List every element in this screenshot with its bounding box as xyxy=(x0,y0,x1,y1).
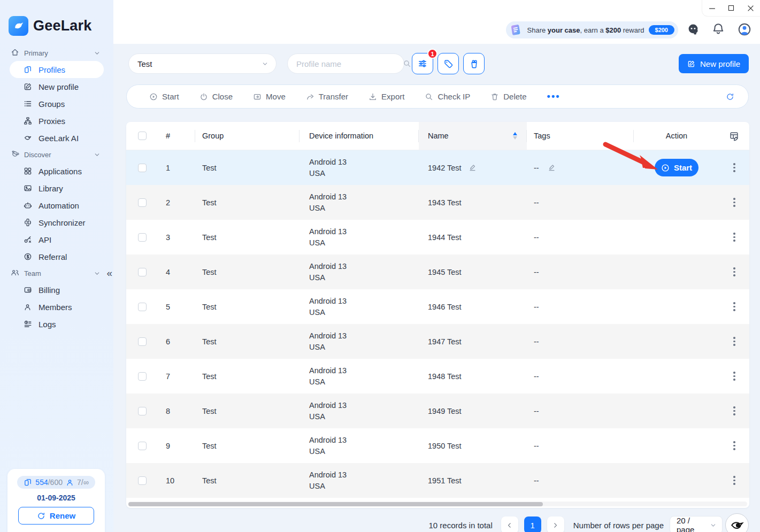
sidebar-item-synchronizer[interactable]: Synchronizer xyxy=(10,214,108,231)
table-row[interactable]: 3 Test Android 13 USA 1944 Test -- Start xyxy=(126,220,749,255)
table-row[interactable]: 2 Test Android 13 USA 1943 Test -- Start xyxy=(126,185,749,220)
row-checkbox[interactable] xyxy=(138,476,147,485)
sidebar-item-label: Proxies xyxy=(39,117,65,126)
row-menu-cell xyxy=(719,335,749,348)
edit-tags-icon[interactable] xyxy=(548,164,556,172)
sidebar-item-billing[interactable]: Billing xyxy=(10,281,108,298)
search-input[interactable] xyxy=(296,59,403,68)
bulk-delete-button[interactable]: Delete xyxy=(490,92,526,101)
bulk-start-button[interactable]: Start xyxy=(149,92,179,101)
row-more-menu-button[interactable] xyxy=(731,439,738,452)
window-minimize-button[interactable] xyxy=(705,2,719,14)
notifications-bell-icon[interactable] xyxy=(712,22,726,36)
row-checkbox[interactable] xyxy=(138,303,147,311)
nav-section-discover[interactable]: Discover xyxy=(10,147,108,163)
row-checkbox[interactable] xyxy=(138,407,147,415)
row-more-menu-button[interactable] xyxy=(731,230,738,244)
current-page-button[interactable]: 1 xyxy=(524,516,541,532)
sidebar-item-members[interactable]: Members xyxy=(10,298,108,315)
table-row[interactable]: 4 Test Android 13 USA 1945 Test -- Start xyxy=(126,255,749,289)
bulk-export-button[interactable]: Export xyxy=(369,92,404,101)
refresh-table-button[interactable] xyxy=(726,92,734,101)
account-avatar[interactable] xyxy=(738,22,751,36)
renew-button[interactable]: Renew xyxy=(18,507,94,525)
new-profile-button[interactable]: New profile xyxy=(679,54,749,73)
row-more-menu-button[interactable] xyxy=(731,196,738,209)
bulk-transfer-button[interactable]: Transfer xyxy=(306,92,348,101)
prev-page-button[interactable] xyxy=(501,516,518,532)
bulk-move-button[interactable]: Move xyxy=(253,92,286,101)
page-size-select[interactable]: 20 / page xyxy=(670,516,723,532)
tags-button[interactable] xyxy=(437,53,459,74)
sidebar-item-applications[interactable]: Applications xyxy=(10,163,108,180)
row-more-menu-button[interactable] xyxy=(731,300,738,313)
column-settings-button[interactable] xyxy=(719,122,749,150)
window-close-button[interactable] xyxy=(743,2,757,14)
sidebar-item-logs[interactable]: Logs xyxy=(10,315,108,333)
row-checkbox[interactable] xyxy=(138,442,147,450)
bulk-check-ip-button[interactable]: Check IP xyxy=(425,92,470,101)
row-index: 4 xyxy=(158,268,195,276)
usage-quota-badge[interactable]: 554/600 7/∞ xyxy=(17,476,95,489)
row-device-os: Android 13 xyxy=(309,435,419,446)
row-more-menu-button[interactable] xyxy=(731,474,738,487)
plan-expiry-date: 01-09-2025 xyxy=(7,494,105,502)
row-more-menu-button[interactable] xyxy=(731,265,738,279)
scrollbar-thumb[interactable] xyxy=(128,502,543,506)
row-start-button[interactable]: Start xyxy=(655,159,698,176)
row-group: Test xyxy=(195,233,300,242)
row-more-menu-button[interactable] xyxy=(731,404,738,418)
row-more-menu-button[interactable] xyxy=(731,161,738,174)
row-tags: -- xyxy=(534,372,539,381)
row-name: 1945 Test xyxy=(428,268,462,276)
sidebar-item-proxies[interactable]: Proxies xyxy=(10,112,108,129)
sidebar-item-referral[interactable]: Referral xyxy=(10,248,108,265)
row-more-menu-button[interactable] xyxy=(731,369,738,383)
table-row[interactable]: 9 Test Android 13 USA 1950 Test -- Start xyxy=(126,428,749,463)
topbar-icons xyxy=(686,22,751,36)
sidebar-item-new-profile[interactable]: New profile xyxy=(10,78,108,95)
nav-section-primary[interactable]: Primary xyxy=(10,45,108,61)
nav-section-team[interactable]: Team xyxy=(10,265,108,281)
sidebar-item-groups[interactable]: Groups xyxy=(10,95,108,112)
assistant-bubble-button[interactable] xyxy=(725,513,749,532)
row-checkbox[interactable] xyxy=(138,337,147,346)
column-header-name[interactable]: Name xyxy=(419,122,527,150)
sidebar-item-library[interactable]: Library xyxy=(10,180,108,197)
sidebar-item-automation[interactable]: Automation xyxy=(10,197,108,214)
row-group: Test xyxy=(195,407,300,415)
row-checkbox[interactable] xyxy=(138,198,147,207)
recycle-bin-button[interactable] xyxy=(463,53,485,74)
row-checkbox[interactable] xyxy=(138,268,147,276)
table-row[interactable]: 6 Test Android 13 USA 1947 Test -- Start xyxy=(126,324,749,359)
row-device-region: USA xyxy=(309,446,419,457)
row-checkbox[interactable] xyxy=(138,372,147,381)
sidebar-item-profiles[interactable]: Profiles xyxy=(10,61,104,78)
group-filter-select[interactable]: Test xyxy=(128,53,277,74)
table-row[interactable]: 1 Test Android 13 USA 1942 Test -- Start xyxy=(126,150,749,185)
table-row[interactable]: 5 Test Android 13 USA 1946 Test -- Start xyxy=(126,289,749,324)
sidebar-collapse-icon[interactable]: « xyxy=(106,267,112,279)
row-checkbox[interactable] xyxy=(138,164,147,172)
window-maximize-button[interactable] xyxy=(724,2,738,14)
table-row[interactable]: 10 Test Android 13 USA 1951 Test -- Star… xyxy=(126,463,749,498)
more-actions-button[interactable]: ••• xyxy=(547,91,561,102)
select-all-checkbox[interactable] xyxy=(138,132,147,140)
sidebar-item-api[interactable]: API xyxy=(10,231,108,248)
brand-logo[interactable]: GeeLark xyxy=(0,0,113,41)
sidebar-item-label: Applications xyxy=(39,167,82,176)
edit-icon xyxy=(687,60,695,68)
sidebar-item-geelark-ai[interactable]: GeeLark AI xyxy=(10,129,108,147)
support-icon[interactable] xyxy=(686,22,700,36)
referral-banner[interactable]: Share your case, earn a $200 reward $200 xyxy=(506,21,678,38)
row-checkbox[interactable] xyxy=(138,233,147,242)
filter-button[interactable]: 1 xyxy=(412,53,433,74)
table-row[interactable]: 8 Test Android 13 USA 1949 Test -- Start xyxy=(126,394,749,428)
edit-name-icon[interactable] xyxy=(469,164,477,172)
table-row[interactable]: 7 Test Android 13 USA 1948 Test -- Start xyxy=(126,359,749,394)
next-page-button[interactable] xyxy=(547,516,564,532)
reward-button[interactable]: $200 xyxy=(649,25,674,35)
name-sort-control[interactable] xyxy=(513,132,517,140)
bulk-close-button[interactable]: Close xyxy=(199,92,233,101)
row-more-menu-button[interactable] xyxy=(731,335,738,348)
